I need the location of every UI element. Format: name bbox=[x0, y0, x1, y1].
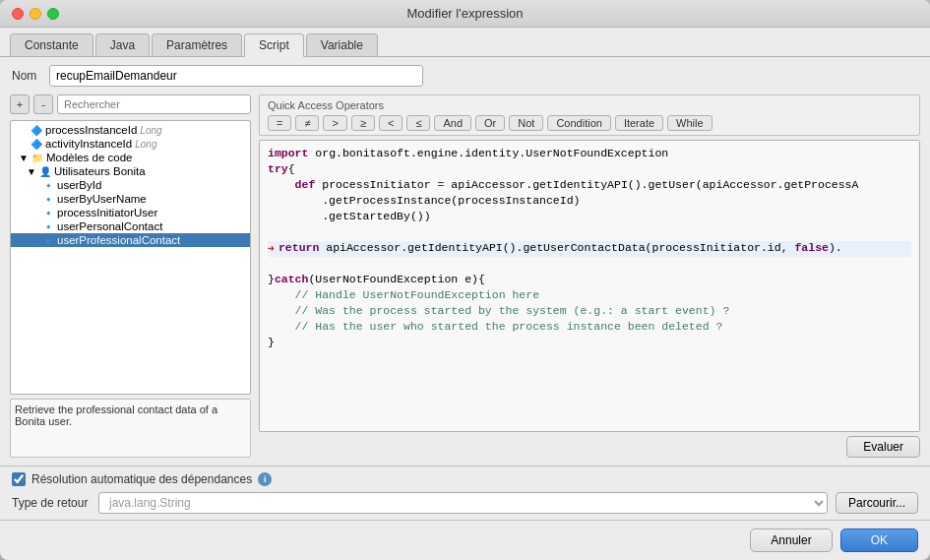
code-line: try{ bbox=[268, 162, 911, 178]
op-or[interactable]: Or bbox=[475, 115, 505, 131]
close-button[interactable] bbox=[12, 8, 24, 20]
right-panel: Quick Access Operators = ≠ > ≥ < ≤ And O… bbox=[259, 94, 920, 458]
code-line: }catch(UserNotFoundException e){ bbox=[268, 273, 911, 288]
field-icon: 🔷 bbox=[31, 139, 42, 150]
tree-item-processInstanceId[interactable]: 🔷 processInstanceId Long bbox=[11, 123, 250, 137]
main-window: Modifier l'expression Constante Java Par… bbox=[0, 0, 930, 560]
info-icon[interactable]: i bbox=[258, 472, 272, 486]
tree-item-userById[interactable]: 🔹 userById bbox=[11, 178, 250, 192]
op-lte[interactable]: ≤ bbox=[406, 115, 430, 131]
bottom-section: Résolution automatique des dépendances i… bbox=[0, 466, 930, 520]
op-while[interactable]: While bbox=[667, 115, 713, 131]
resolution-row: Résolution automatique des dépendances i bbox=[12, 472, 918, 486]
minimize-button[interactable] bbox=[30, 8, 41, 20]
op-and[interactable]: And bbox=[434, 115, 471, 131]
user-folder-icon: ▼ bbox=[27, 166, 36, 177]
tree-item-activityInstanceId[interactable]: 🔷 activityInstanceId Long bbox=[11, 137, 250, 151]
tabs-bar: Constante Java Paramètres Script Variabl… bbox=[0, 28, 930, 57]
tree-item-processInitiatorUser[interactable]: 🔹 processInitiatorUser bbox=[11, 206, 250, 219]
field-icon: 🔹 bbox=[42, 180, 54, 191]
op-eq[interactable]: = bbox=[268, 115, 291, 131]
folder-icon: 📁 bbox=[31, 153, 43, 163]
evaluer-button[interactable]: Evaluer bbox=[846, 436, 920, 458]
type-label: Type de retour bbox=[12, 496, 91, 510]
collapse-all-button[interactable]: - bbox=[33, 94, 53, 114]
operators-title: Quick Access Operators bbox=[268, 99, 911, 111]
tree-item-modeles[interactable]: ▼ 📁 Modèles de code bbox=[11, 151, 250, 164]
op-iterate[interactable]: Iterate bbox=[615, 115, 663, 131]
code-line-comment3: // Has the user who started the process … bbox=[268, 320, 911, 336]
op-condition[interactable]: Condition bbox=[547, 115, 610, 131]
code-line: .getProcessInstance(processInstanceId) bbox=[268, 194, 911, 210]
tab-variable[interactable]: Variable bbox=[306, 33, 378, 56]
tree-item-userProfessionalContact[interactable]: 🔹 userProfessionalContact bbox=[11, 233, 250, 247]
code-scroll: import org.bonitasoft.engine.identity.Us… bbox=[260, 141, 919, 431]
nom-row: Nom bbox=[0, 57, 930, 94]
code-line: import org.bonitasoft.engine.identity.Us… bbox=[268, 147, 911, 162]
field-icon: 🔹 bbox=[42, 194, 54, 205]
search-input[interactable] bbox=[57, 94, 251, 114]
code-line: } bbox=[268, 336, 911, 351]
op-neq[interactable]: ≠ bbox=[295, 115, 319, 131]
nom-label: Nom bbox=[12, 69, 41, 83]
operators-section: Quick Access Operators = ≠ > ≥ < ≤ And O… bbox=[259, 94, 920, 136]
field-icon: 🔹 bbox=[42, 208, 54, 218]
left-panel: + - 🔷 processInstanceId Long 🔷 activityI… bbox=[10, 94, 251, 458]
ok-button[interactable]: OK bbox=[840, 529, 918, 552]
tree-item-userByUserName[interactable]: 🔹 userByUserName bbox=[11, 192, 250, 206]
field-icon: 🔷 bbox=[31, 125, 42, 136]
expand-all-button[interactable]: + bbox=[10, 94, 30, 114]
field-icon: 🔹 bbox=[42, 221, 54, 232]
tab-constante[interactable]: Constante bbox=[10, 33, 93, 56]
cancel-button[interactable]: Annuler bbox=[750, 529, 832, 552]
op-lt[interactable]: < bbox=[379, 115, 403, 131]
code-line bbox=[268, 257, 911, 273]
resolution-checkbox[interactable] bbox=[12, 472, 26, 486]
folder-icon: ▼ bbox=[19, 153, 29, 163]
main-area: + - 🔷 processInstanceId Long 🔷 activityI… bbox=[0, 94, 930, 466]
nom-input[interactable] bbox=[49, 65, 423, 87]
tree-area: 🔷 processInstanceId Long 🔷 activityInsta… bbox=[10, 120, 251, 395]
description-box: Retrieve the professional contact data o… bbox=[10, 399, 251, 458]
resolution-label: Résolution automatique des dépendances bbox=[31, 472, 252, 486]
window-title: Modifier l'expression bbox=[406, 6, 523, 21]
titlebar: Modifier l'expression bbox=[0, 0, 930, 28]
code-line: def processInitiator = apiAccessor.getId… bbox=[268, 178, 911, 194]
code-line-comment1: // Handle UserNotFoundException here bbox=[268, 288, 911, 304]
code-line-return: ➜ return apiAccessor.getIdentityAPI().ge… bbox=[268, 241, 911, 257]
window-controls bbox=[12, 8, 59, 20]
code-line: .getStartedBy()) bbox=[268, 210, 911, 225]
operators-buttons: = ≠ > ≥ < ≤ And Or Not Condition Iterate… bbox=[268, 115, 911, 131]
op-gt[interactable]: > bbox=[323, 115, 346, 131]
footer-row: Annuler OK bbox=[0, 520, 930, 560]
op-not[interactable]: Not bbox=[509, 115, 543, 131]
code-line-comment2: // Was the process started by the system… bbox=[268, 304, 911, 320]
op-gte[interactable]: ≥ bbox=[351, 115, 375, 131]
tab-java[interactable]: Java bbox=[95, 33, 150, 56]
code-editor[interactable]: import org.bonitasoft.engine.identity.Us… bbox=[259, 140, 920, 432]
evaluer-row: Evaluer bbox=[259, 436, 920, 458]
tab-parametres[interactable]: Paramètres bbox=[152, 33, 242, 56]
code-line bbox=[268, 225, 911, 241]
user-icon: 👤 bbox=[39, 166, 51, 177]
toolbar-row: + - bbox=[10, 94, 251, 116]
type-row: Type de retour java.lang.String Parcouri… bbox=[12, 492, 918, 514]
type-select[interactable]: java.lang.String bbox=[98, 492, 828, 514]
tab-script[interactable]: Script bbox=[244, 33, 304, 57]
tree-item-utilisateurs[interactable]: ▼ 👤 Utilisateurs Bonita bbox=[11, 164, 250, 178]
field-icon: 🔹 bbox=[42, 235, 54, 246]
tree-item-userPersonalContact[interactable]: 🔹 userPersonalContact bbox=[11, 219, 250, 233]
parcourir-button[interactable]: Parcourir... bbox=[836, 492, 918, 514]
arrow-icon: ➜ bbox=[268, 241, 275, 255]
maximize-button[interactable] bbox=[47, 8, 59, 20]
